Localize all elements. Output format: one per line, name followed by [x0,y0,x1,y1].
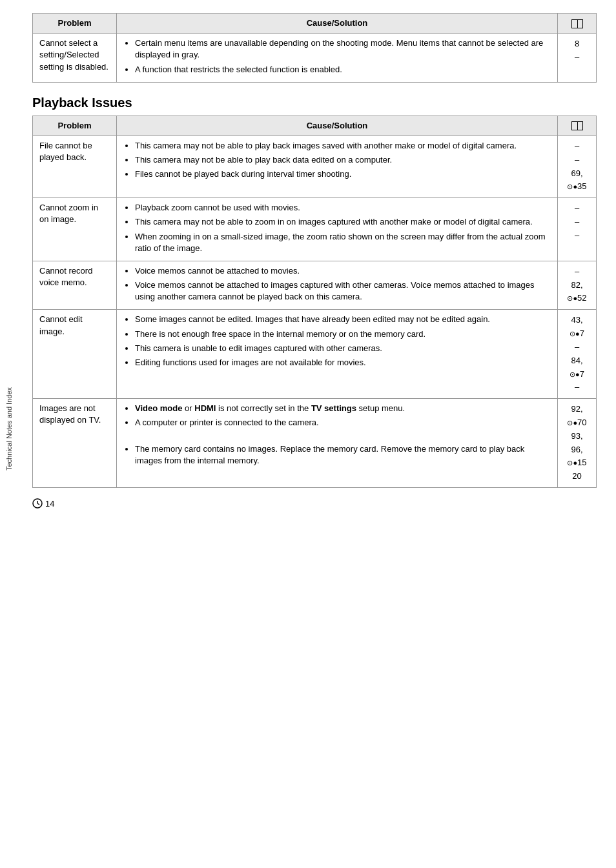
row1-ref: – – 69,⊙●35 [558,136,597,197]
top-table-header-ref [558,14,597,34]
table-row: Images are not displayed on TV. Video mo… [33,399,597,488]
row5-ref: 92,⊙●70 93, 96,⊙●15 20 [558,399,597,488]
table-row: Cannot zoom in on image. Playback zoom c… [33,198,597,261]
table-row: Cannot record voice memo. Voice memos ca… [33,261,597,310]
page-wrapper: Technical Notes and Index Problem Cause/… [0,0,616,528]
table-row: Cannot edit image. Some images cannot be… [33,310,597,399]
playback-section-title: Playback Issues [32,96,597,110]
book-icon [571,19,583,28]
row4-problem: Cannot edit image. [33,310,117,399]
top-table-header-problem: Problem [33,14,117,34]
top-table-wrapper: Problem Cause/Solution Cannot select a s… [32,13,597,83]
top-table: Problem Cause/Solution Cannot select a s… [32,13,597,83]
row4-ref: 43,⊙●7 – 84,⊙●7 – [558,310,597,399]
row5-problem: Images are not displayed on TV. [33,399,117,488]
row2-cause: Playback zoom cannot be used with movies… [117,198,558,261]
row3-cause: Voice memos cannot be attached to movies… [117,261,558,310]
row3-problem: Cannot record voice memo. [33,261,117,310]
table-row: Cannot select a setting/Selected setting… [33,34,597,83]
svg-line-2 [37,503,39,505]
table-row: File cannot be played back. This camera … [33,136,597,197]
row5-cause: Video mode or HDMI is not correctly set … [117,399,558,488]
book-icon-2 [571,121,583,130]
sidebar-label: Technical Notes and Index [5,387,14,470]
page-number-area: 14 [32,498,597,509]
top-row-problem: Cannot select a setting/Selected setting… [33,34,117,83]
row4-cause: Some images cannot be edited. Images tha… [117,310,558,399]
row1-cause: This camera may not be able to play back… [117,136,558,197]
top-row-cause: Certain menu items are unavailable depen… [117,34,558,83]
playback-table: Problem Cause/Solution File cannot be pl… [32,116,597,488]
playback-header-cause: Cause/Solution [117,116,558,136]
top-row-ref: 8 – [558,34,597,83]
playback-header-ref [558,116,597,136]
playback-header-problem: Problem [33,116,117,136]
row2-problem: Cannot zoom in on image. [33,198,117,261]
page-number-text: 14 [45,499,54,509]
row2-ref: – – – [558,198,597,261]
top-table-header-cause: Cause/Solution [117,14,558,34]
row3-ref: – 82,⊙●52 [558,261,597,310]
row1-problem: File cannot be played back. [33,136,117,197]
playback-section: Playback Issues Problem Cause/Solution F… [32,96,597,488]
page-num-icon [32,498,43,509]
